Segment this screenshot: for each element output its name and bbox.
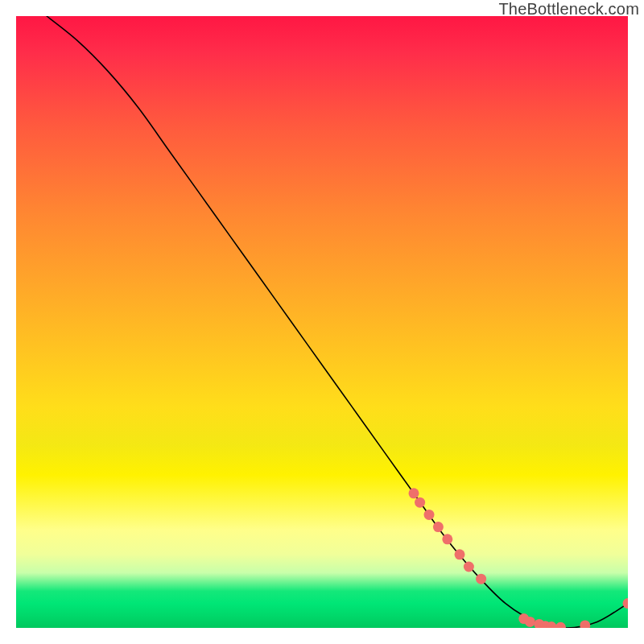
data-point-marker <box>424 510 435 520</box>
curve-layer <box>47 16 628 628</box>
data-point-marker <box>455 549 465 559</box>
data-point-marker <box>464 562 474 572</box>
data-point-marker <box>476 574 486 584</box>
data-point-marker <box>433 522 444 532</box>
watermark-text: TheBottleneck.com <box>498 0 639 19</box>
bottleneck-curve-path <box>47 16 628 628</box>
data-point-marker <box>555 622 566 628</box>
data-point-marker <box>580 620 590 628</box>
data-point-marker <box>623 598 629 609</box>
data-point-marker <box>442 534 452 544</box>
plot-area <box>16 16 628 628</box>
marker-layer <box>409 488 629 628</box>
chart-svg <box>16 16 628 628</box>
data-point-marker <box>409 488 419 498</box>
data-point-marker <box>415 497 425 508</box>
chart-container: TheBottleneck.com <box>0 0 644 644</box>
data-point-marker <box>525 617 535 627</box>
